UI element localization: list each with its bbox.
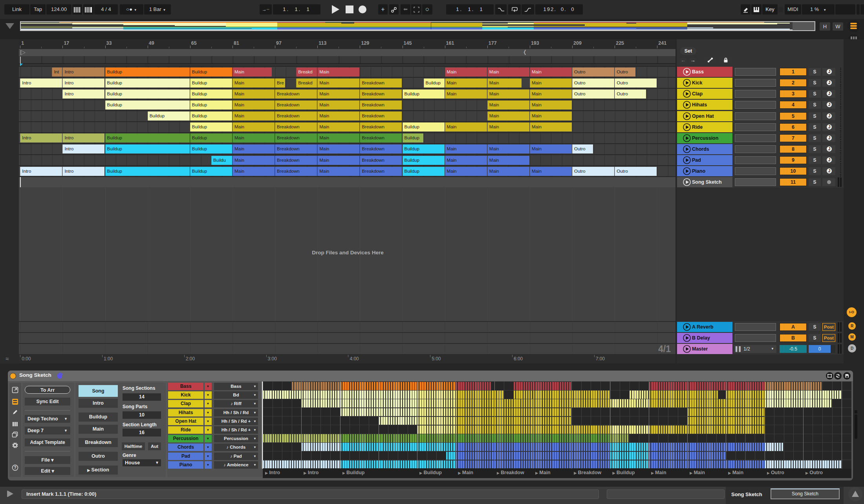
svg-text:?: ?: [14, 466, 16, 470]
